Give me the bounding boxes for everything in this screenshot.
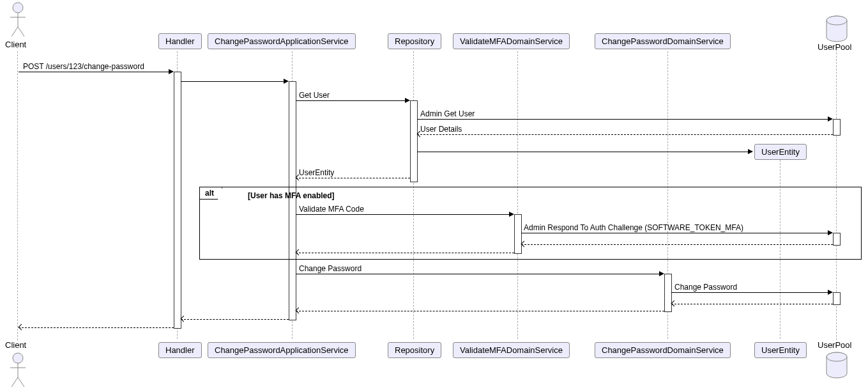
arrow-return-domain-app — [296, 311, 664, 311]
arrow-change-pwd-2 — [671, 292, 829, 293]
arrowhead-m1 — [169, 69, 174, 74]
arrowhead-change-pwd-2 — [828, 290, 833, 295]
arrow-create-entity — [417, 152, 749, 152]
participant-repository-top: Repository — [388, 33, 441, 49]
database-icon-bottom — [825, 352, 848, 380]
arrow-change-pwd-1 — [296, 274, 660, 274]
arrow-return-mfa-app — [296, 253, 514, 253]
arrow-m1 — [19, 72, 170, 72]
arrowhead-return-pool-domain — [671, 301, 678, 307]
svg-point-0 — [13, 3, 23, 13]
userpool-label-top: UserPool — [818, 42, 851, 52]
arrowhead-create-entity — [748, 149, 753, 154]
msg-change-pwd-2: Change Password — [674, 283, 737, 292]
activation-change-pwd — [664, 274, 672, 312]
arrow-return-pool-domain — [671, 304, 833, 304]
participant-handler-bottom: Handler — [158, 342, 202, 358]
msg-post: POST /users/123/change-password — [23, 62, 144, 71]
arrowhead-change-pwd-1 — [659, 271, 664, 276]
svg-line-10 — [11, 377, 18, 387]
participant-handler-top: Handler — [158, 33, 202, 49]
svg-point-7 — [13, 353, 23, 363]
arrow-return-entity — [296, 178, 410, 178]
participant-repository-bottom: Repository — [388, 342, 441, 358]
svg-point-6 — [826, 16, 847, 25]
activation-repository — [410, 100, 418, 182]
msg-user-details: User Details — [420, 125, 462, 134]
actor-icon — [8, 1, 27, 40]
participant-change-pwd-domain-top: ChangePasswordDomainService — [595, 33, 731, 49]
actor-label-top: Client — [5, 40, 26, 49]
participant-user-entity-bottom: UserEntity — [754, 342, 807, 358]
activation-userpool-1 — [833, 119, 841, 136]
participant-validate-mfa-bottom: ValidateMFADomainService — [453, 342, 570, 358]
arrow-admin-get-user — [417, 119, 829, 120]
participant-user-entity-created: UserEntity — [754, 144, 807, 160]
msg-get-user: Get User — [299, 91, 330, 100]
msg-admin-respond: Admin Respond To Auth Challenge (SOFTWAR… — [524, 223, 743, 232]
activation-handler — [174, 72, 181, 329]
participant-app-service-top: ChangePasswordApplicationService — [208, 33, 356, 49]
arrow-get-user — [296, 100, 406, 101]
alt-condition: [User has MFA enabled] — [248, 191, 335, 200]
actor-icon-bottom — [8, 352, 27, 390]
database-icon — [825, 15, 848, 43]
svg-point-13 — [826, 352, 847, 361]
arrowhead-return-domain-app — [296, 308, 302, 314]
msg-validate-mfa: Validate MFA Code — [299, 205, 364, 214]
lifeline-client — [17, 51, 18, 340]
arrowhead-admin-respond — [828, 230, 833, 235]
arrowhead-get-user — [405, 98, 410, 103]
msg-return-entity: UserEntity — [299, 168, 334, 177]
arrow-admin-respond — [521, 233, 829, 233]
arrow-validate-mfa — [296, 214, 510, 215]
arrow-return-handler-client — [19, 327, 174, 328]
msg-admin-get-user: Admin Get User — [420, 109, 475, 118]
svg-line-4 — [18, 27, 24, 36]
arrow-user-details — [417, 134, 833, 135]
msg-change-pwd-1: Change Password — [299, 264, 362, 273]
arrowhead-return-app-handler — [181, 316, 187, 322]
arrowhead-return-handler-client — [19, 324, 25, 331]
actor-label-bottom: Client — [5, 340, 26, 350]
arrow-handler-app — [181, 81, 285, 82]
arrow-return-app-handler — [181, 319, 289, 320]
userpool-label-bottom: UserPool — [818, 340, 851, 350]
participant-app-service-bottom: ChangePasswordApplicationService — [208, 342, 356, 358]
activation-userpool-3 — [833, 292, 841, 305]
arrow-return-mfa-pool — [521, 244, 833, 245]
arrowhead-validate-mfa — [509, 212, 514, 217]
participant-validate-mfa-top: ValidateMFADomainService — [453, 33, 570, 49]
arrowhead-admin-get-user — [828, 116, 833, 122]
svg-line-3 — [11, 27, 18, 36]
participant-change-pwd-domain-bottom: ChangePasswordDomainService — [595, 342, 731, 358]
arrowhead-handler-app — [284, 79, 289, 84]
svg-line-11 — [18, 377, 24, 387]
